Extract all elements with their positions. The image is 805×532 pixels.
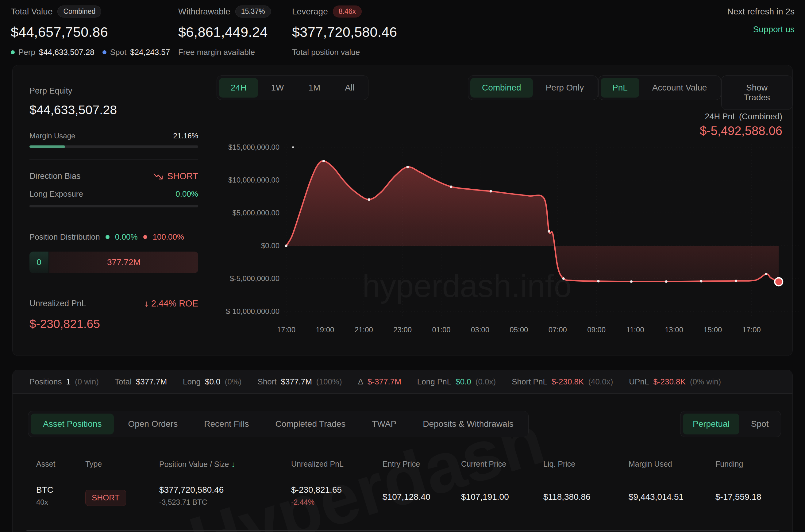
col-margin-used[interactable]: Margin Used bbox=[629, 460, 672, 469]
long-exposure-label: Long Exposure bbox=[30, 189, 83, 199]
withdrawable-block: Withdrawable 15.37% $6,861,449.24 Free m… bbox=[178, 5, 271, 57]
perp-dot-icon bbox=[11, 50, 15, 54]
short-pct: 100.00% bbox=[153, 232, 185, 242]
perp-equity-value: $44,633,507.28 bbox=[30, 103, 198, 117]
positions-tabbar: Asset Positions Open Orders Recent Fills… bbox=[28, 411, 529, 437]
position-distribution-label: Position Distribution bbox=[30, 232, 100, 242]
cell-current-price: $107,191.00 bbox=[461, 492, 509, 502]
total-value-block: Total Value Combined $44,657,750.86 Perp… bbox=[11, 5, 170, 57]
market-toggle: Perpetual Spot bbox=[680, 411, 781, 437]
chart-card: Perp Equity $44,633,507.28 Margin Usage … bbox=[12, 65, 793, 356]
toggle-perpetual[interactable]: Perpetual bbox=[683, 414, 739, 434]
margin-usage-bar bbox=[30, 146, 198, 148]
tab-recent-fills[interactable]: Recent Fills bbox=[192, 414, 261, 434]
metric-control: PnL Account Value bbox=[598, 75, 721, 100]
cell-entry-price: $107,128.40 bbox=[383, 492, 430, 502]
margin-usage-fill bbox=[30, 146, 65, 148]
cell-position-value: $377,720,580.46 -3,523.71 BTC bbox=[159, 485, 224, 507]
sort-desc-icon: ↓ bbox=[231, 460, 235, 469]
withdrawable-label: Withdrawable bbox=[178, 7, 230, 17]
range-1m-button[interactable]: 1M bbox=[297, 78, 332, 98]
short-badge: SHORT bbox=[85, 490, 126, 506]
refresh-countdown: Next refresh in 2s bbox=[727, 7, 794, 17]
summary-long-pnl: Long PnL $0.0 (0.0x) bbox=[417, 377, 496, 386]
positions-card: Hyperdash Positions 1 (0 win) Total $377… bbox=[12, 370, 793, 532]
header-right: Next refresh in 2s Support us bbox=[727, 7, 794, 34]
horizontal-scrollbar[interactable] bbox=[26, 530, 780, 531]
y-axis: $15,000,000.00$10,000,000.00$5,000,000.0… bbox=[209, 65, 280, 356]
perp-label: Perp bbox=[18, 48, 35, 57]
y-axis-label: $10,000,000.00 bbox=[209, 176, 280, 184]
leverage-sub: Total position value bbox=[292, 48, 397, 57]
summary-long: Long $0.0 (0%) bbox=[183, 377, 242, 386]
col-asset: Asset bbox=[36, 460, 56, 469]
cell-asset: BTC 40x bbox=[36, 485, 53, 507]
tab-asset-positions[interactable]: Asset Positions bbox=[31, 414, 114, 434]
positions-summary-bar: Positions 1 (0 win) Total $377.7M Long $… bbox=[13, 370, 792, 394]
show-trades-button[interactable]: Show Trades bbox=[721, 75, 792, 110]
scope-perp-only-button[interactable]: Perp Only bbox=[534, 78, 596, 98]
cell-funding: $-17,559.18 bbox=[715, 492, 761, 502]
unrealized-pnl-value: $-230,821.65 bbox=[30, 317, 198, 331]
toggle-spot[interactable]: Spot bbox=[741, 414, 779, 434]
y-axis-label: $-10,000,000.00 bbox=[209, 307, 280, 316]
col-current-price[interactable]: Current Price bbox=[461, 460, 506, 469]
y-axis-label: $15,000,000.00 bbox=[209, 143, 280, 152]
metric-account-value-button[interactable]: Account Value bbox=[640, 78, 719, 98]
col-type: Type bbox=[85, 460, 102, 469]
cell-margin-used: $9,443,014.51 bbox=[629, 492, 684, 502]
direction-bias-value: SHORT bbox=[167, 171, 198, 181]
tab-completed-trades[interactable]: Completed Trades bbox=[263, 414, 358, 434]
perp-value: $44,633,507.28 bbox=[39, 48, 95, 57]
direction-bias-label: Direction Bias bbox=[30, 171, 81, 181]
spot-value: $24,243.57 bbox=[130, 48, 170, 57]
chart-pnl-headline: 24H PnL (Combined) $-5,492,588.06 bbox=[700, 112, 782, 138]
leverage-value: $377,720,580.46 bbox=[292, 24, 397, 40]
long-pct: 0.00% bbox=[115, 232, 138, 242]
support-us-link[interactable]: Support us bbox=[727, 24, 794, 34]
tab-deposits-withdrawals[interactable]: Deposits & Withdrawals bbox=[410, 414, 526, 434]
pnl-area-chart[interactable] bbox=[283, 135, 804, 328]
tab-twap[interactable]: TWAP bbox=[360, 414, 409, 434]
combined-badge: Combined bbox=[57, 5, 101, 18]
y-axis-label: $-5,000,000.00 bbox=[209, 274, 280, 283]
tab-open-orders[interactable]: Open Orders bbox=[116, 414, 190, 434]
range-all-button[interactable]: All bbox=[333, 78, 366, 98]
total-value-label: Total Value bbox=[11, 7, 53, 17]
withdrawable-value: $6,861,449.24 bbox=[178, 24, 271, 40]
last-point-dot bbox=[774, 278, 783, 286]
short-legend-dot-icon bbox=[143, 235, 147, 239]
trending-down-icon bbox=[153, 172, 164, 181]
col-funding[interactable]: Funding bbox=[715, 460, 743, 469]
col-position-value[interactable]: Position Value / Size ↓ bbox=[159, 460, 235, 469]
cell-unrealized-pnl: $-230,821.65 -2.44% bbox=[291, 485, 342, 507]
summary-short: Short $377.7M (100%) bbox=[257, 377, 342, 386]
leverage-block: Leverage 8.46x $377,720,580.46 Total pos… bbox=[292, 5, 397, 57]
total-value: $44,657,750.86 bbox=[11, 24, 170, 40]
col-liq-price[interactable]: Liq. Price bbox=[543, 460, 575, 469]
scope-combined-button[interactable]: Combined bbox=[470, 78, 533, 98]
col-unrealized-pnl[interactable]: Unrealized PnL bbox=[291, 460, 344, 469]
summary-positions: Positions 1 (0 win) bbox=[30, 377, 99, 386]
long-legend-dot-icon bbox=[106, 235, 110, 239]
long-exposure-value: 0.00% bbox=[175, 189, 198, 199]
distribution-long-segment: 0 bbox=[30, 251, 49, 273]
arrow-down-icon: ↓ bbox=[144, 299, 149, 309]
col-entry-price[interactable]: Entry Price bbox=[383, 460, 420, 469]
summary-delta: Δ $-377.7M bbox=[358, 377, 401, 386]
cell-type: SHORT bbox=[85, 490, 126, 506]
leverage-badge: 8.46x bbox=[333, 5, 362, 18]
spot-dot-icon bbox=[102, 50, 107, 54]
chart-pnl-label: 24H PnL (Combined) bbox=[700, 112, 782, 121]
summary-short-pnl: Short PnL $-230.8K (40.0x) bbox=[512, 377, 613, 386]
table-row[interactable]: BTC 40x SHORT $377,720,580.46 -3,523.71 … bbox=[13, 480, 792, 524]
unrealized-pnl-label: Unrealized PnL bbox=[30, 299, 86, 308]
perp-equity-label: Perp Equity bbox=[30, 86, 198, 96]
cell-liq-price: $118,380.86 bbox=[543, 492, 591, 502]
leverage-label: Leverage bbox=[292, 7, 328, 17]
position-distribution-bar: 0 377.72M bbox=[30, 251, 198, 273]
summary-upnl: UPnL $-230.8K (0% win) bbox=[629, 377, 721, 386]
margin-usage-value: 21.16% bbox=[173, 132, 198, 140]
account-stats-panel: Perp Equity $44,633,507.28 Margin Usage … bbox=[30, 86, 198, 331]
metric-pnl-button[interactable]: PnL bbox=[601, 78, 639, 98]
